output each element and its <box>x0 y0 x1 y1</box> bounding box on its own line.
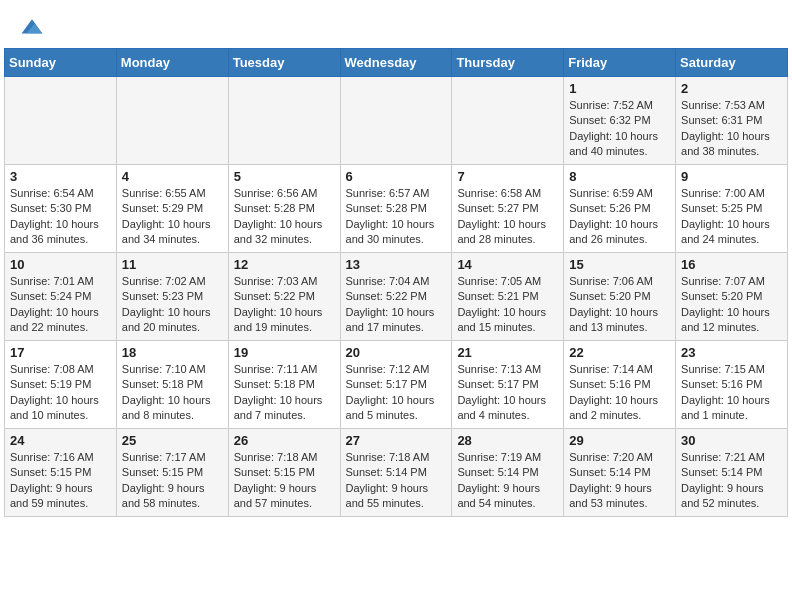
logo <box>20 16 48 40</box>
weekday-monday: Monday <box>116 49 228 77</box>
calendar-row-2: 10Sunrise: 7:01 AMSunset: 5:24 PMDayligh… <box>5 253 788 341</box>
day-number: 30 <box>681 433 782 448</box>
day-info: Sunrise: 7:19 AMSunset: 5:14 PMDaylight:… <box>457 450 558 512</box>
day-info: Sunrise: 7:20 AMSunset: 5:14 PMDaylight:… <box>569 450 670 512</box>
day-number: 12 <box>234 257 335 272</box>
day-number: 23 <box>681 345 782 360</box>
day-info: Sunrise: 7:18 AMSunset: 5:15 PMDaylight:… <box>234 450 335 512</box>
day-number: 17 <box>10 345 111 360</box>
day-number: 19 <box>234 345 335 360</box>
calendar-row-4: 24Sunrise: 7:16 AMSunset: 5:15 PMDayligh… <box>5 429 788 517</box>
day-info: Sunrise: 7:03 AMSunset: 5:22 PMDaylight:… <box>234 274 335 336</box>
calendar-cell: 23Sunrise: 7:15 AMSunset: 5:16 PMDayligh… <box>676 341 788 429</box>
day-number: 11 <box>122 257 223 272</box>
day-number: 14 <box>457 257 558 272</box>
weekday-thursday: Thursday <box>452 49 564 77</box>
day-number: 24 <box>10 433 111 448</box>
day-number: 22 <box>569 345 670 360</box>
day-number: 26 <box>234 433 335 448</box>
calendar-cell: 15Sunrise: 7:06 AMSunset: 5:20 PMDayligh… <box>564 253 676 341</box>
day-number: 27 <box>346 433 447 448</box>
calendar-cell: 3Sunrise: 6:54 AMSunset: 5:30 PMDaylight… <box>5 165 117 253</box>
day-info: Sunrise: 7:11 AMSunset: 5:18 PMDaylight:… <box>234 362 335 424</box>
day-number: 18 <box>122 345 223 360</box>
calendar-cell: 22Sunrise: 7:14 AMSunset: 5:16 PMDayligh… <box>564 341 676 429</box>
day-info: Sunrise: 7:14 AMSunset: 5:16 PMDaylight:… <box>569 362 670 424</box>
calendar-table: SundayMondayTuesdayWednesdayThursdayFrid… <box>4 48 788 517</box>
calendar-cell: 19Sunrise: 7:11 AMSunset: 5:18 PMDayligh… <box>228 341 340 429</box>
day-info: Sunrise: 7:17 AMSunset: 5:15 PMDaylight:… <box>122 450 223 512</box>
calendar-wrapper: SundayMondayTuesdayWednesdayThursdayFrid… <box>0 48 792 521</box>
day-info: Sunrise: 7:02 AMSunset: 5:23 PMDaylight:… <box>122 274 223 336</box>
day-info: Sunrise: 7:01 AMSunset: 5:24 PMDaylight:… <box>10 274 111 336</box>
day-info: Sunrise: 6:54 AMSunset: 5:30 PMDaylight:… <box>10 186 111 248</box>
day-info: Sunrise: 6:55 AMSunset: 5:29 PMDaylight:… <box>122 186 223 248</box>
calendar-cell <box>228 77 340 165</box>
day-number: 7 <box>457 169 558 184</box>
day-info: Sunrise: 7:15 AMSunset: 5:16 PMDaylight:… <box>681 362 782 424</box>
day-info: Sunrise: 6:56 AMSunset: 5:28 PMDaylight:… <box>234 186 335 248</box>
day-number: 15 <box>569 257 670 272</box>
calendar-cell: 2Sunrise: 7:53 AMSunset: 6:31 PMDaylight… <box>676 77 788 165</box>
day-number: 1 <box>569 81 670 96</box>
calendar-cell <box>5 77 117 165</box>
calendar-cell: 12Sunrise: 7:03 AMSunset: 5:22 PMDayligh… <box>228 253 340 341</box>
calendar-cell: 18Sunrise: 7:10 AMSunset: 5:18 PMDayligh… <box>116 341 228 429</box>
calendar-cell: 4Sunrise: 6:55 AMSunset: 5:29 PMDaylight… <box>116 165 228 253</box>
calendar-cell: 21Sunrise: 7:13 AMSunset: 5:17 PMDayligh… <box>452 341 564 429</box>
day-info: Sunrise: 7:16 AMSunset: 5:15 PMDaylight:… <box>10 450 111 512</box>
day-number: 20 <box>346 345 447 360</box>
day-number: 21 <box>457 345 558 360</box>
calendar-cell: 27Sunrise: 7:18 AMSunset: 5:14 PMDayligh… <box>340 429 452 517</box>
calendar-cell: 26Sunrise: 7:18 AMSunset: 5:15 PMDayligh… <box>228 429 340 517</box>
calendar-cell: 28Sunrise: 7:19 AMSunset: 5:14 PMDayligh… <box>452 429 564 517</box>
day-number: 29 <box>569 433 670 448</box>
day-info: Sunrise: 7:18 AMSunset: 5:14 PMDaylight:… <box>346 450 447 512</box>
day-info: Sunrise: 6:57 AMSunset: 5:28 PMDaylight:… <box>346 186 447 248</box>
weekday-wednesday: Wednesday <box>340 49 452 77</box>
day-info: Sunrise: 7:07 AMSunset: 5:20 PMDaylight:… <box>681 274 782 336</box>
calendar-cell: 25Sunrise: 7:17 AMSunset: 5:15 PMDayligh… <box>116 429 228 517</box>
weekday-header-row: SundayMondayTuesdayWednesdayThursdayFrid… <box>5 49 788 77</box>
day-number: 28 <box>457 433 558 448</box>
calendar-cell <box>340 77 452 165</box>
day-number: 3 <box>10 169 111 184</box>
calendar-cell <box>452 77 564 165</box>
day-info: Sunrise: 7:10 AMSunset: 5:18 PMDaylight:… <box>122 362 223 424</box>
calendar-cell: 16Sunrise: 7:07 AMSunset: 5:20 PMDayligh… <box>676 253 788 341</box>
calendar-cell: 14Sunrise: 7:05 AMSunset: 5:21 PMDayligh… <box>452 253 564 341</box>
day-number: 9 <box>681 169 782 184</box>
calendar-cell: 24Sunrise: 7:16 AMSunset: 5:15 PMDayligh… <box>5 429 117 517</box>
calendar-cell: 30Sunrise: 7:21 AMSunset: 5:14 PMDayligh… <box>676 429 788 517</box>
day-info: Sunrise: 7:53 AMSunset: 6:31 PMDaylight:… <box>681 98 782 160</box>
calendar-cell: 17Sunrise: 7:08 AMSunset: 5:19 PMDayligh… <box>5 341 117 429</box>
day-info: Sunrise: 7:13 AMSunset: 5:17 PMDaylight:… <box>457 362 558 424</box>
calendar-cell: 10Sunrise: 7:01 AMSunset: 5:24 PMDayligh… <box>5 253 117 341</box>
calendar-cell: 29Sunrise: 7:20 AMSunset: 5:14 PMDayligh… <box>564 429 676 517</box>
day-info: Sunrise: 7:04 AMSunset: 5:22 PMDaylight:… <box>346 274 447 336</box>
calendar-cell: 8Sunrise: 6:59 AMSunset: 5:26 PMDaylight… <box>564 165 676 253</box>
day-info: Sunrise: 7:05 AMSunset: 5:21 PMDaylight:… <box>457 274 558 336</box>
weekday-tuesday: Tuesday <box>228 49 340 77</box>
calendar-cell <box>116 77 228 165</box>
calendar-cell: 13Sunrise: 7:04 AMSunset: 5:22 PMDayligh… <box>340 253 452 341</box>
day-number: 5 <box>234 169 335 184</box>
day-number: 25 <box>122 433 223 448</box>
day-info: Sunrise: 6:58 AMSunset: 5:27 PMDaylight:… <box>457 186 558 248</box>
logo-icon <box>20 16 44 40</box>
calendar-row-1: 3Sunrise: 6:54 AMSunset: 5:30 PMDaylight… <box>5 165 788 253</box>
calendar-cell: 11Sunrise: 7:02 AMSunset: 5:23 PMDayligh… <box>116 253 228 341</box>
day-number: 16 <box>681 257 782 272</box>
calendar-cell: 1Sunrise: 7:52 AMSunset: 6:32 PMDaylight… <box>564 77 676 165</box>
day-info: Sunrise: 7:00 AMSunset: 5:25 PMDaylight:… <box>681 186 782 248</box>
day-number: 6 <box>346 169 447 184</box>
day-number: 2 <box>681 81 782 96</box>
calendar-cell: 9Sunrise: 7:00 AMSunset: 5:25 PMDaylight… <box>676 165 788 253</box>
weekday-sunday: Sunday <box>5 49 117 77</box>
day-info: Sunrise: 7:12 AMSunset: 5:17 PMDaylight:… <box>346 362 447 424</box>
day-info: Sunrise: 6:59 AMSunset: 5:26 PMDaylight:… <box>569 186 670 248</box>
day-number: 13 <box>346 257 447 272</box>
day-number: 8 <box>569 169 670 184</box>
page-header <box>0 0 792 48</box>
calendar-row-3: 17Sunrise: 7:08 AMSunset: 5:19 PMDayligh… <box>5 341 788 429</box>
